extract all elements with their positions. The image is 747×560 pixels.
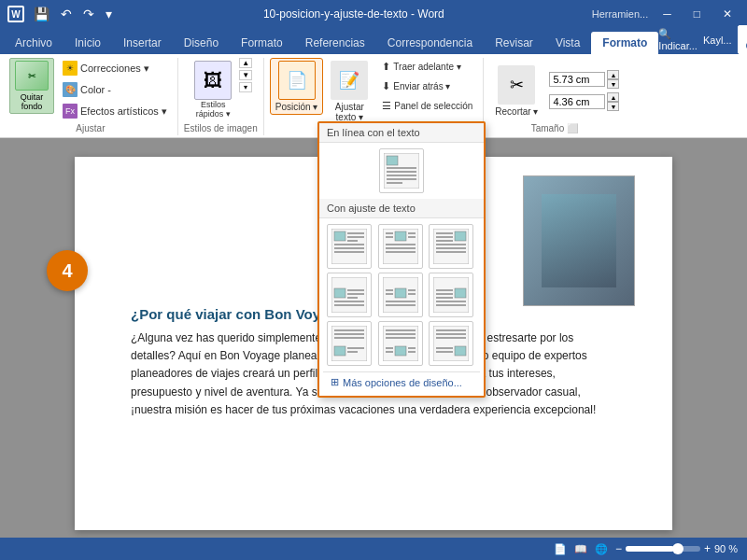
wrap-item-5[interactable]	[378, 273, 423, 317]
wrap-icon-5	[383, 277, 418, 313]
posicion-button[interactable]: 📄 Posición ▾	[270, 58, 324, 115]
more-design-options-button[interactable]: ⊞ Más opciones de diseño...	[323, 371, 480, 392]
recortar-button[interactable]: ✂ Recortar ▾	[489, 63, 543, 119]
share-button[interactable]: 🔗 Compartir	[738, 25, 748, 54]
ajustar-texto-button[interactable]: 📝 Ajustartexto ▾	[325, 58, 374, 125]
minimize-button[interactable]: ─	[655, 6, 679, 22]
inline-items	[319, 143, 484, 199]
maximize-button[interactable]: □	[686, 6, 708, 22]
tab-formato-img[interactable]: Formato	[230, 32, 294, 54]
title-bar-left: W 💾 ↶ ↷ ▾	[7, 5, 116, 23]
height-down-button[interactable]: ▼	[607, 79, 619, 89]
zoom-level[interactable]: 90 %	[714, 543, 738, 554]
more-options-label: Más opciones de diseño...	[343, 377, 462, 388]
search-help-label[interactable]: 🔍 Indicar...	[658, 28, 698, 51]
height-up-button[interactable]: ▲	[607, 70, 619, 79]
estilos-down-button[interactable]: ▼	[239, 70, 252, 80]
inline-position-item[interactable]	[379, 148, 424, 193]
zoom-slider[interactable]	[626, 546, 700, 552]
width-up-button[interactable]: ▲	[607, 92, 619, 102]
status-right: 📄 📖 🌐 − + 90 %	[554, 542, 738, 555]
ribbon-group-ajustar: ✂ Quitarfondo ☀ Correcciones ▾ 🎨 Color -…	[4, 58, 178, 135]
title-bar: W 💾 ↶ ↷ ▾ 10-posicion-y-ajuste-de-texto …	[0, 0, 747, 28]
correcciones-label: Correcciones ▾	[80, 63, 149, 75]
efectos-icon: Fx	[63, 104, 78, 119]
estilos-content: 🖼 Estilosrápidos ▾ ▲ ▼ ▾	[189, 58, 252, 123]
zoom-in-button[interactable]: +	[704, 542, 711, 555]
zoom-bar: − + 90 %	[615, 542, 738, 555]
width-down-button[interactable]: ▼	[607, 102, 619, 111]
tab-diseno[interactable]: Diseño	[173, 32, 230, 54]
color-button[interactable]: 🎨 Color -	[58, 79, 172, 100]
tab-insertar[interactable]: Insertar	[112, 32, 173, 54]
panel-seleccion-button[interactable]: ☰ Panel de selección	[377, 97, 477, 115]
customize-qa-button[interactable]: ▾	[102, 5, 116, 23]
wrap-icon-2	[383, 229, 418, 264]
document-image	[523, 175, 635, 306]
tab-archivo[interactable]: Archivo	[4, 32, 63, 54]
posicion-label: Posición ▾	[275, 102, 318, 112]
dropdown-section-inline: En línea con el texto	[319, 123, 484, 143]
view-web-icon[interactable]: 🌐	[595, 543, 608, 555]
close-button[interactable]: ✕	[715, 6, 740, 22]
estilos-expand-button[interactable]: ▾	[239, 82, 252, 92]
efectos-artisticos-button[interactable]: Fx Efectos artísticos ▾	[58, 101, 172, 121]
wrap-item-8[interactable]	[378, 321, 423, 366]
ribbon-right-controls: 🔍 Indicar... Kayl... 🔗 Compartir	[658, 25, 747, 54]
image-placeholder	[542, 194, 616, 287]
traer-adelante-label: Traer adelante ▾	[393, 62, 460, 72]
estilos-rapidos-button[interactable]: 🖼 Estilosrápidos ▾	[189, 58, 237, 121]
wrap-item-7[interactable]	[327, 321, 372, 366]
position-dropdown: En línea con el texto Con ajuste de text…	[317, 121, 486, 398]
traer-adelante-button[interactable]: ⬆ Traer adelante ▾	[377, 58, 477, 76]
wrap-icon-9	[433, 326, 469, 361]
view-reading-icon[interactable]: 📖	[574, 543, 587, 555]
zoom-fill	[626, 546, 674, 552]
svg-rect-71	[455, 346, 466, 356]
svg-rect-25	[455, 231, 466, 241]
herramientas-label: Herramien...	[592, 8, 649, 20]
correcciones-icon: ☀	[63, 61, 78, 76]
tab-vista[interactable]: Vista	[544, 32, 591, 54]
width-input[interactable]	[549, 94, 605, 109]
height-spinners: ▲ ▼	[607, 70, 619, 89]
size-fields: ▲ ▼ ▲ ▼	[549, 70, 619, 111]
wrap-items-grid	[319, 218, 484, 371]
correcciones-button[interactable]: ☀ Correcciones ▾	[58, 58, 172, 78]
redo-button[interactable]: ↷	[79, 5, 98, 23]
panel-seleccion-label: Panel de selección	[394, 101, 472, 111]
tab-formato[interactable]: Formato	[591, 32, 658, 54]
wrap-item-1[interactable]	[327, 224, 372, 269]
svg-rect-33	[334, 288, 345, 298]
wrap-item-2[interactable]	[378, 224, 423, 269]
tab-referencias[interactable]: Referencias	[294, 32, 376, 54]
tab-inicio[interactable]: Inicio	[63, 32, 112, 54]
save-button[interactable]: 💾	[30, 5, 53, 23]
arrange-buttons: ⬆ Traer adelante ▾ ⬇ Enviar atrás ▾ ☰ Pa…	[377, 58, 477, 115]
wrap-item-6[interactable]	[429, 273, 473, 317]
traer-adelante-icon: ⬆	[382, 61, 390, 73]
zoom-out-button[interactable]: −	[615, 542, 622, 555]
ajustar-content: ✂ Quitarfondo ☀ Correcciones ▾ 🎨 Color -…	[9, 58, 172, 123]
wrap-item-3[interactable]	[429, 224, 473, 269]
height-input[interactable]	[549, 72, 605, 87]
wrap-item-9[interactable]	[429, 321, 473, 366]
user-label: Kayl...	[703, 35, 732, 46]
wrap-icon-3	[433, 229, 469, 264]
view-normal-icon[interactable]: 📄	[554, 543, 567, 555]
tab-correspondencia[interactable]: Correspondencia	[376, 32, 484, 54]
ribbon-group-estilos: 🖼 Estilosrápidos ▾ ▲ ▼ ▾ Estilos de imag…	[178, 58, 264, 135]
undo-button[interactable]: ↶	[57, 5, 76, 23]
estilos-rapidos-icon: 🖼	[194, 61, 232, 100]
wrap-item-4[interactable]	[327, 273, 372, 317]
callout-number: 4	[47, 250, 88, 291]
dropdown-section-wrap: Con ajuste de texto	[319, 199, 484, 218]
tab-revisar[interactable]: Revisar	[484, 32, 544, 54]
enviar-atras-button[interactable]: ⬇ Enviar atrás ▾	[377, 77, 477, 95]
ribbon-group-tamano: ✂ Recortar ▾ ▲ ▼ ▲ ▼	[484, 58, 625, 135]
enviar-atras-label: Enviar atrás ▾	[393, 81, 450, 91]
wrap-icon-7	[331, 326, 367, 361]
quitar-fondo-button[interactable]: ✂ Quitarfondo	[9, 58, 54, 114]
estilos-up-button[interactable]: ▲	[239, 58, 252, 68]
zoom-handle	[672, 543, 684, 554]
